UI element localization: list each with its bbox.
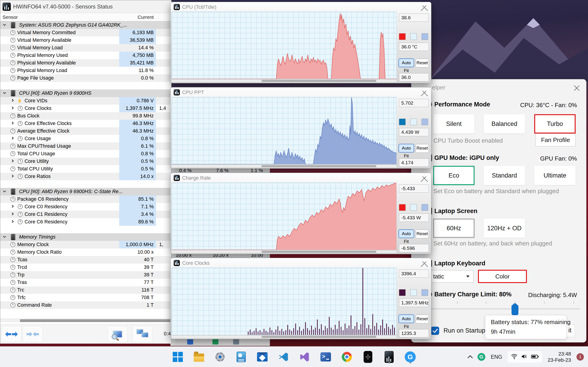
grid-color-swatch[interactable] <box>422 289 428 296</box>
sensor-row[interactable]: Virtual Memory Available36,539 MB <box>0 36 171 44</box>
grid-color-swatch[interactable] <box>422 204 428 211</box>
graph-hscrollbar[interactable] <box>172 79 397 82</box>
taskbar-icon-visual-studio[interactable] <box>298 350 311 364</box>
auto-fit-button[interactable]: Auto Fit <box>398 229 414 238</box>
background-color-swatch[interactable] <box>410 204 417 211</box>
reset-button[interactable]: Reset <box>415 315 429 323</box>
graph-hscrollbar[interactable] <box>172 335 397 338</box>
taskbar-icon-utility-app[interactable] <box>362 350 374 364</box>
sensor-row[interactable]: Bus Clock99.8 MHz <box>0 112 171 120</box>
background-color-swatch[interactable] <box>410 119 417 125</box>
hwinfo-titlebar[interactable]: HWiNFO64 v7.40-5000 - Sensors Status <box>0 0 171 13</box>
grammarly-icon[interactable]: G <box>477 353 485 361</box>
taskbar-icon-hwinfo[interactable] <box>383 350 396 364</box>
sensor-section-row[interactable]: Memory Timings <box>0 233 171 241</box>
grid-color-swatch[interactable] <box>422 119 428 125</box>
sensor-section-row[interactable]: CPU [#0]: AMD Ryzen 9 6900HS <box>0 90 171 97</box>
expander-icon[interactable] <box>11 159 14 162</box>
gpu-button-ultimate[interactable]: Ultimate <box>534 166 576 185</box>
sensor-row[interactable]: Tras77 T <box>0 279 171 286</box>
system-tray[interactable] <box>508 351 542 363</box>
refresh-button-60hz[interactable]: 60Hz <box>433 219 475 238</box>
series-color-swatch[interactable] <box>399 289 406 296</box>
expander-icon[interactable] <box>11 99 14 102</box>
battery-limit-slider-handle[interactable] <box>511 303 519 315</box>
fan-profile-button[interactable]: Fan Profile <box>536 133 576 146</box>
close-icon[interactable] <box>422 261 427 266</box>
gpu-button-standard[interactable]: Standard <box>484 166 525 185</box>
wifi-icon[interactable] <box>511 353 518 360</box>
sensor-row[interactable]: Core VIDs0.786 V <box>0 97 171 105</box>
auto-fit-button[interactable]: Auto Fit <box>398 58 414 67</box>
battery-limit-slider-track[interactable] <box>431 308 580 309</box>
sensor-row[interactable]: Core C0 Residency7.1 % <box>0 203 171 211</box>
refresh-button-120hz[interactable]: 120Hz + OD <box>484 219 525 238</box>
grid-color-swatch[interactable] <box>422 33 428 40</box>
tray-chevron-up-icon[interactable] <box>467 355 473 361</box>
taskbar-icon-chrome[interactable] <box>340 350 353 364</box>
scrollbar-thumb[interactable] <box>20 319 170 322</box>
graph-hscrollbar[interactable] <box>172 165 397 168</box>
reset-button[interactable]: Reset <box>415 59 429 67</box>
scrollbar-thumb[interactable] <box>262 80 376 82</box>
taskbar-icon-powershell[interactable]: > <box>319 350 332 364</box>
sensor-row[interactable]: Core C1 Residency3.4 % <box>0 211 171 218</box>
sensor-row[interactable]: Command Rate1 T <box>0 301 171 309</box>
expander-icon[interactable] <box>11 205 14 208</box>
scrollbar-thumb[interactable] <box>262 251 376 253</box>
chevron-down-icon[interactable] <box>3 23 6 26</box>
sensor-row[interactable]: Core Ratios14.0 x <box>0 173 171 180</box>
chevron-down-icon[interactable] <box>3 235 6 238</box>
mode-button-balanced[interactable]: Balanced <box>484 114 525 133</box>
sensor-section-row[interactable]: CPU [#0]: AMD Ryzen 9 6900HS: C-State Re… <box>0 188 171 195</box>
expander-icon[interactable] <box>11 175 14 177</box>
screen-monitor-button[interactable] <box>108 326 128 342</box>
expander-icon[interactable] <box>11 122 14 125</box>
volume-icon[interactable] <box>521 353 528 360</box>
expander-icon[interactable] <box>11 137 14 140</box>
sensor-row[interactable]: Virtual Memory Committed6,193 MB <box>0 29 171 36</box>
sensor-row[interactable]: Package C6 Residency85.1 % <box>0 195 171 203</box>
series-color-swatch[interactable] <box>399 119 406 125</box>
sensor-row[interactable]: Total CPU Utility0.5 % <box>0 165 171 173</box>
expander-icon[interactable] <box>11 212 14 215</box>
taskbar-icon-start[interactable] <box>171 350 184 364</box>
chevron-down-icon[interactable] <box>3 91 6 94</box>
sensor-row[interactable]: Average Effective Clock46.3 MHz <box>0 127 171 135</box>
sensor-row[interactable]: Core Usage0.8 % <box>0 135 171 142</box>
sensor-row[interactable]: Trc116 T <box>0 286 171 294</box>
column-header-sensor[interactable]: Sensor <box>2 15 18 20</box>
run-on-startup-checkbox[interactable] <box>431 327 439 335</box>
sensor-row[interactable]: Memory Clock1,000.0 MHz1, <box>0 241 171 248</box>
sensor-row[interactable]: Memory Clock Ratio10.00 x <box>0 248 171 256</box>
close-icon[interactable] <box>422 5 427 10</box>
sensor-row[interactable]: Core C6 Residency89.6 % <box>0 218 171 226</box>
sensor-row[interactable]: Total CPU Usage0.8 % <box>0 150 171 158</box>
collapse-columns-button[interactable] <box>23 326 43 342</box>
gpu-button-eco[interactable]: Eco <box>433 166 475 185</box>
graph-hscrollbar[interactable] <box>172 250 397 253</box>
close-icon[interactable] <box>574 85 580 91</box>
background-color-swatch[interactable] <box>410 33 417 40</box>
auto-fit-button[interactable]: Auto Fit <box>398 315 414 323</box>
clock[interactable]: 23:48 23-Feb-23 <box>548 351 571 363</box>
mode-button-silent[interactable]: Silent <box>433 114 475 133</box>
chevron-down-icon[interactable] <box>3 190 6 192</box>
column-header-current[interactable]: Current <box>119 15 154 20</box>
expander-icon[interactable] <box>11 220 14 223</box>
keyboard-mode-dropdown[interactable]: tatic <box>430 270 473 283</box>
keyboard-color-button[interactable]: Color <box>478 270 527 283</box>
sensor-row[interactable]: Trfc708 T <box>0 294 171 301</box>
sensor-row[interactable]: Physical Memory Used4,750 MB <box>0 52 171 59</box>
expand-columns-button[interactable] <box>2 326 21 342</box>
sensor-row[interactable]: Core Utility0.5 % <box>0 158 171 165</box>
taskbar-icon-mail[interactable] <box>256 350 269 364</box>
horizontal-scrollbar[interactable] <box>0 319 171 322</box>
reset-button[interactable]: Reset <box>415 230 429 238</box>
close-icon[interactable] <box>422 90 427 96</box>
expander-icon[interactable] <box>11 106 14 109</box>
taskbar-icon-ghelper[interactable]: G <box>404 350 417 364</box>
remote-monitors-button[interactable] <box>132 326 152 342</box>
scrollbar-thumb[interactable] <box>262 336 376 338</box>
taskbar-icon-monitor-app[interactable] <box>235 350 248 364</box>
